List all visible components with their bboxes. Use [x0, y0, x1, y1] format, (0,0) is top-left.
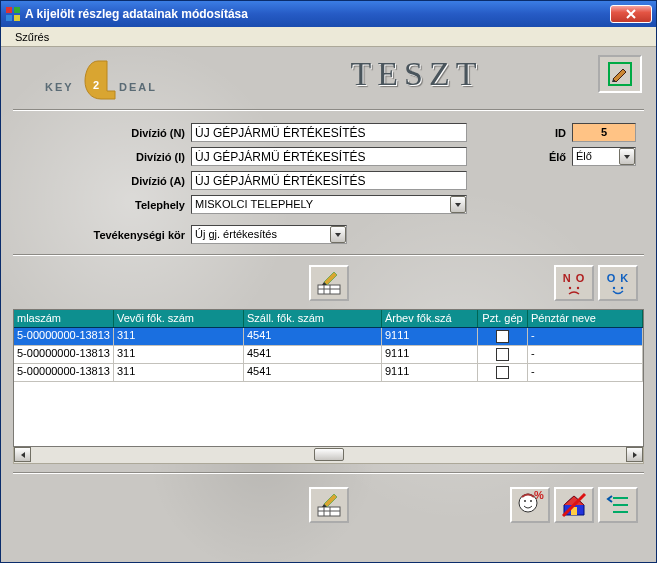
- svg-point-22: [530, 500, 532, 502]
- svg-text:2: 2: [93, 79, 99, 91]
- titlebar: A kijelölt részleg adatainak módosítása: [1, 1, 656, 27]
- checkbox[interactable]: [496, 348, 509, 361]
- edit-row-button[interactable]: [309, 265, 349, 301]
- menu-filter[interactable]: Szűrés: [7, 29, 57, 45]
- input-div-n[interactable]: [191, 123, 467, 142]
- checkbox[interactable]: [496, 330, 509, 343]
- col-arbev[interactable]: Árbev fők.szá: [382, 310, 478, 327]
- user-percent-button[interactable]: %: [510, 487, 550, 523]
- edit-row-button-2[interactable]: [309, 487, 349, 523]
- brand-logo: KEY 2 DEAL: [15, 55, 235, 105]
- table-row[interactable]: 5-00000000-1381331145419111-: [14, 364, 643, 382]
- id-value: 5: [572, 123, 636, 142]
- label-tevekenyseg: Tevékenységi kör: [21, 229, 191, 241]
- table-row[interactable]: 5-00000000-1381331145419111-: [14, 328, 643, 346]
- label-div-a: Divízió (A): [21, 175, 191, 187]
- col-vevo[interactable]: Vevői fők. szám: [114, 310, 244, 327]
- svg-point-14: [613, 286, 615, 288]
- data-table: mlaszám Vevői fők. szám Száll. fők. szám…: [13, 309, 644, 447]
- ok-button[interactable]: O K: [598, 265, 638, 301]
- select-tevekenyseg[interactable]: Új gj. értékesítés: [191, 225, 347, 244]
- banner-title: TESZT: [235, 55, 598, 93]
- top-edit-button[interactable]: [598, 55, 642, 93]
- svg-point-21: [524, 500, 526, 502]
- scroll-thumb[interactable]: [314, 448, 344, 461]
- svg-rect-2: [6, 15, 12, 21]
- no-button[interactable]: N O: [554, 265, 594, 301]
- col-szall[interactable]: Száll. fők. szám: [244, 310, 382, 327]
- input-div-i[interactable]: [191, 147, 467, 166]
- svg-point-15: [621, 286, 623, 288]
- label-div-i: Divízió (I): [21, 151, 191, 163]
- window-close-button[interactable]: [610, 5, 652, 23]
- table-header-row: mlaszám Vevői fők. szám Száll. fők. szám…: [14, 310, 643, 328]
- scroll-right-icon[interactable]: [626, 447, 643, 462]
- chevron-down-icon[interactable]: [330, 226, 346, 243]
- menubar: Szűrés: [1, 27, 656, 47]
- checkbox[interactable]: [496, 366, 509, 379]
- svg-text:%: %: [534, 491, 544, 501]
- svg-rect-3: [14, 15, 20, 21]
- client-area: KEY 2 DEAL TESZT Divízió (N) ID 5: [1, 47, 656, 562]
- svg-text:DEAL: DEAL: [119, 81, 157, 93]
- svg-text:KEY: KEY: [45, 81, 74, 93]
- delete-home-button[interactable]: [554, 487, 594, 523]
- chevron-down-icon[interactable]: [619, 148, 635, 165]
- form-block: Divízió (N) ID 5 Divízió (I) Élő Élő: [1, 112, 656, 252]
- label-telephely: Telephely: [21, 199, 191, 211]
- table-row[interactable]: 5-00000000-1381331145419111-: [14, 346, 643, 364]
- input-div-a[interactable]: [191, 171, 467, 190]
- svg-point-13: [577, 286, 579, 288]
- svg-rect-1: [14, 7, 20, 13]
- window-title: A kijelölt részleg adatainak módosítása: [25, 7, 610, 21]
- svg-rect-0: [6, 7, 12, 13]
- svg-point-12: [569, 286, 571, 288]
- scroll-left-icon[interactable]: [14, 447, 31, 462]
- app-icon: [5, 6, 21, 22]
- col-penztar[interactable]: Pénztár neve: [528, 310, 643, 327]
- label-div-n: Divízió (N): [21, 127, 191, 139]
- list-action-button[interactable]: [598, 487, 638, 523]
- label-elo: Élő: [549, 151, 566, 163]
- col-pzt[interactable]: Pzt. gép: [478, 310, 528, 327]
- label-id: ID: [555, 127, 566, 139]
- select-telephely[interactable]: MISKOLCI TELEPHELY: [191, 195, 467, 214]
- chevron-down-icon[interactable]: [450, 196, 466, 213]
- col-mlaszam[interactable]: mlaszám: [14, 310, 114, 327]
- horizontal-scrollbar[interactable]: [13, 447, 644, 464]
